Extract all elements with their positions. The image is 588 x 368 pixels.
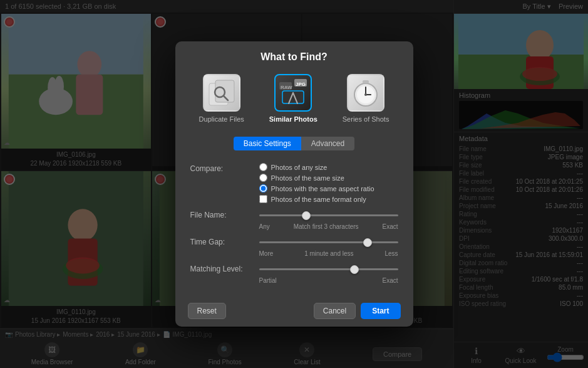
similar-photos-label: Similar Photos — [269, 115, 317, 123]
same-size-label: Photos of the same size — [271, 174, 344, 182]
file-name-label: File Name: — [190, 209, 259, 219]
duplicate-files-icon-box — [203, 74, 240, 112]
file-name-row: File Name: Any Match first 3 characters … — [190, 209, 398, 230]
start-button[interactable]: Start — [361, 303, 400, 319]
modal-tabs: Basic Settings Advanced — [175, 137, 413, 158]
svg-rect-44 — [363, 80, 369, 83]
same-format-checkbox[interactable] — [259, 195, 267, 203]
same-size-option[interactable]: Photos of the same size — [259, 174, 398, 182]
time-gap-slider-wrapper — [259, 236, 398, 249]
modal-overlay: What to Find? Duplicate Files — [0, 0, 588, 368]
file-name-left-label: Any — [259, 223, 270, 230]
basic-settings-tab[interactable]: Basic Settings — [234, 137, 301, 150]
file-name-slider-wrapper — [259, 209, 398, 222]
file-name-content: Any Match first 3 characters Exact — [259, 209, 398, 230]
compare-options: Photos of any size Photos of the same si… — [259, 163, 398, 203]
matching-level-row: Matching Level: Partial Exact — [190, 263, 398, 284]
file-name-right-label: Exact — [382, 223, 398, 230]
same-format-label: Photos of the same format only — [271, 196, 366, 203]
similar-photos-icon-box: RAW JPG — [274, 74, 312, 112]
matching-slider-wrapper — [259, 263, 398, 276]
any-size-label: Photos of any size — [271, 164, 328, 171]
modal-title: What to Find? — [175, 41, 413, 70]
btn-group: Cancel Start — [314, 303, 401, 319]
cancel-button[interactable]: Cancel — [314, 303, 356, 319]
modal-body: Compare: Photos of any size Photos of th… — [175, 158, 413, 295]
time-gap-left-label: More — [259, 250, 274, 257]
svg-text:JPG: JPG — [296, 81, 306, 87]
advanced-tab[interactable]: Advanced — [301, 137, 354, 150]
matching-right-label: Exact — [382, 277, 398, 284]
series-icon-box — [347, 74, 384, 112]
what-to-find-modal: What to Find? Duplicate Files — [175, 41, 413, 327]
matching-level-label: Matching Level: — [190, 263, 259, 273]
compare-label: Compare: — [190, 163, 259, 173]
any-size-option[interactable]: Photos of any size — [259, 163, 398, 171]
same-aspect-option[interactable]: Photos with the same aspect ratio — [259, 184, 398, 192]
matching-slider-labels: Partial Exact — [259, 277, 398, 284]
same-format-option[interactable]: Photos of the same format only — [259, 195, 398, 203]
same-aspect-radio[interactable] — [259, 184, 267, 192]
reset-button[interactable]: Reset — [188, 303, 226, 319]
matching-left-label: Partial — [259, 277, 277, 284]
file-name-slider-labels: Any Match first 3 characters Exact — [259, 223, 398, 230]
file-name-mid-label: Match first 3 characters — [294, 223, 359, 230]
similar-photos-option[interactable]: RAW JPG Similar Photos — [263, 70, 324, 127]
any-size-radio[interactable] — [259, 163, 267, 171]
duplicate-files-label: Duplicate Files — [199, 115, 244, 123]
svg-text:RAW: RAW — [281, 85, 292, 90]
time-gap-slider-labels: More 1 minute and less Less — [259, 250, 398, 257]
time-gap-content: More 1 minute and less Less — [259, 236, 398, 257]
time-gap-row: Time Gap: More 1 minute and less Less — [190, 236, 398, 257]
compare-row: Compare: Photos of any size Photos of th… — [190, 163, 398, 203]
modal-footer: Reset Cancel Start — [175, 295, 413, 327]
svg-point-45 — [364, 93, 367, 96]
matching-level-content: Partial Exact — [259, 263, 398, 284]
matching-level-slider[interactable] — [259, 268, 398, 270]
time-gap-slider[interactable] — [259, 241, 398, 243]
same-size-radio[interactable] — [259, 174, 267, 182]
modal-icon-choices: Duplicate Files RAW JPG — [175, 70, 413, 137]
series-label: Series of Shots — [343, 115, 389, 123]
time-gap-mid-label: 1 minute and less — [304, 250, 353, 257]
duplicate-files-option[interactable]: Duplicate Files — [193, 70, 250, 127]
series-of-shots-option[interactable]: Series of Shots — [336, 70, 396, 127]
same-aspect-label: Photos with the same aspect ratio — [271, 185, 374, 192]
time-gap-label: Time Gap: — [190, 236, 259, 246]
time-gap-right-label: Less — [384, 250, 398, 257]
file-name-slider[interactable] — [259, 214, 398, 216]
